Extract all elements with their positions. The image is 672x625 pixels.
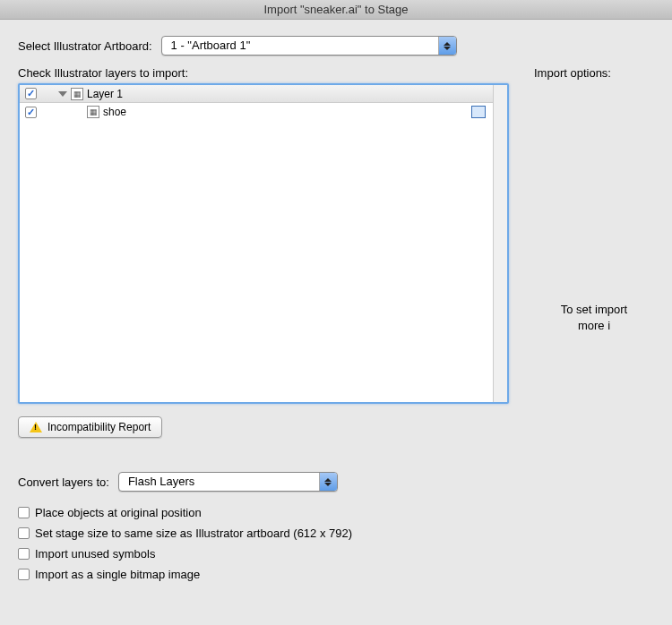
stage-size-label: Set stage size to same size as Illustrat… <box>35 527 352 540</box>
convert-label: Convert layers to: <box>18 475 109 489</box>
layer-checkbox[interactable] <box>25 88 37 99</box>
single-bitmap-checkbox[interactable] <box>18 569 30 580</box>
import-hint-line1: To set import <box>561 302 627 318</box>
layer-type-icon: ▦ <box>71 88 83 100</box>
import-options-panel: To set import more i <box>534 90 654 411</box>
import-hint-line2: more i <box>561 318 627 334</box>
artboard-select[interactable]: 1 - "Artboard 1" <box>161 36 457 56</box>
convert-select[interactable]: Flash Layers <box>118 472 338 492</box>
artboard-label: Select Illustrator Artboard: <box>18 39 152 53</box>
stage-size-checkbox[interactable] <box>18 527 30 539</box>
layers-panel: ▦ Layer 1 ▦ shoe <box>18 83 509 404</box>
scrollbar[interactable] <box>493 85 507 402</box>
layer-type-icon: ▦ <box>87 106 99 118</box>
select-arrows-icon <box>438 37 456 55</box>
layer-name: Layer 1 <box>87 88 487 100</box>
window-titlebar: Import "sneaker.ai" to Stage <box>0 0 672 20</box>
select-arrows-icon <box>319 473 337 491</box>
unused-symbols-label: Import unused symbols <box>35 547 155 561</box>
import-options-label: Import options: <box>534 66 654 80</box>
warning-icon <box>30 421 42 433</box>
single-bitmap-label: Import as a single bitmap image <box>35 568 200 581</box>
artboard-select-value: 1 - "Artboard 1" <box>162 37 438 55</box>
unused-symbols-checkbox[interactable] <box>18 548 30 560</box>
disclosure-triangle-icon[interactable] <box>58 91 67 97</box>
layer-checkbox[interactable] <box>25 107 37 118</box>
layers-list[interactable]: ▦ Layer 1 ▦ shoe <box>20 85 493 402</box>
incompat-button-label: Incompatibility Report <box>47 421 151 433</box>
layer-row[interactable]: ▦ shoe <box>20 103 493 121</box>
layers-label: Check Illustrator layers to import: <box>18 66 509 80</box>
place-original-checkbox[interactable] <box>18 507 30 518</box>
bitmap-type-icon <box>471 106 486 118</box>
layer-row[interactable]: ▦ Layer 1 <box>20 85 493 103</box>
convert-select-value: Flash Layers <box>119 473 319 491</box>
place-original-label: Place objects at original position <box>35 506 202 519</box>
layer-name: shoe <box>103 106 471 118</box>
incompatibility-report-button[interactable]: Incompatibility Report <box>18 416 162 438</box>
window-title: Import "sneaker.ai" to Stage <box>264 3 409 16</box>
